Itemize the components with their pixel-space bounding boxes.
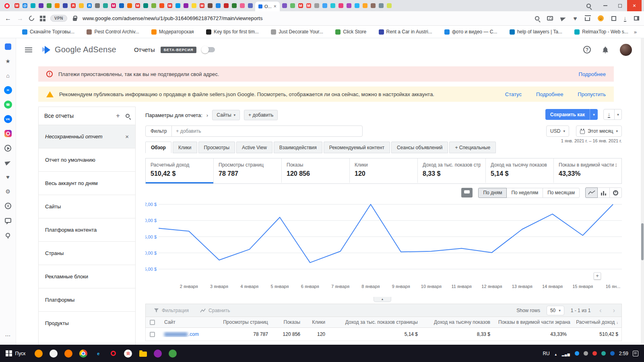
beta-toggle[interactable] (202, 47, 215, 52)
tray-expand-icon[interactable]: ▲ (554, 350, 557, 357)
bookmark-item[interactable]: Pest Control Archiv... (87, 29, 139, 35)
browser-tab[interactable] (118, 1, 126, 10)
browser-tab[interactable]: Я (69, 1, 77, 10)
report-tab[interactable]: Обзор (145, 142, 171, 153)
granularity-button[interactable]: По дням (478, 188, 507, 198)
report-tab[interactable]: Рекомендуемый контент (324, 142, 390, 153)
browser-tab[interactable] (61, 1, 69, 10)
search-icon[interactable] (535, 16, 539, 21)
scrollbar-thumb[interactable] (641, 223, 644, 260)
table-header-cell[interactable]: Показы (272, 319, 304, 325)
browser-tab[interactable] (37, 1, 45, 10)
device-icon[interactable] (584, 350, 588, 357)
site-link[interactable]: .com (188, 331, 199, 337)
bar-chart-icon[interactable] (597, 187, 610, 198)
bookmark-item[interactable]: Модераторская (151, 29, 194, 35)
antivirus-icon[interactable] (64, 349, 73, 358)
report-tab[interactable]: + Специальные (449, 142, 496, 153)
table-header-cell[interactable]: Расчетный доход↓ (571, 319, 622, 325)
tips-bulb-icon[interactable] (3, 230, 13, 240)
bookmark-heart-icon[interactable]: ♥ (574, 15, 577, 21)
revenue-chart-svg[interactable]: 32,00 $30,00 $25,00 $20,00 $15,00 $2 янв… (145, 200, 622, 293)
browser-tab[interactable] (29, 1, 37, 10)
report-tab[interactable]: Active View (236, 142, 272, 153)
table-header-cell[interactable]: Показы в видимой части экрана (494, 319, 571, 325)
report-tab[interactable]: Клики (173, 142, 197, 153)
browser-tab[interactable] (53, 1, 61, 10)
bookmark-item[interactable]: фото и видео — C... (444, 29, 497, 35)
notifications-bell-icon[interactable] (601, 46, 609, 54)
taskbar-clock[interactable]: 2:59 (619, 351, 628, 356)
report-list-item[interactable]: Страны (39, 241, 135, 265)
metric-card[interactable]: Клики120 (349, 158, 417, 183)
line-chart-icon[interactable] (585, 187, 598, 198)
star-icon[interactable]: ★ (3, 56, 13, 66)
browser-tab[interactable]: M (134, 1, 142, 10)
browser-tab[interactable] (321, 1, 329, 10)
flag-icon[interactable] (610, 350, 615, 357)
report-list-item[interactable]: Платформы (39, 288, 135, 311)
report-list-item[interactable]: Несохраненный отчет× (39, 125, 135, 148)
metric-card[interactable]: Расчетный доход510,42 $ (146, 158, 213, 183)
browser-tab[interactable] (126, 1, 134, 10)
bookmark-item[interactable]: Just Decorate Your... (271, 29, 323, 35)
for ward-button[interactable]: → (17, 15, 23, 22)
report-list-item[interactable]: Отчет по умолчанию (39, 148, 135, 171)
history-clock-icon[interactable] (3, 201, 13, 211)
report-tab[interactable]: Сеансы объявлений (391, 142, 448, 153)
window-minimize-button[interactable] (598, 0, 613, 11)
app2-icon[interactable] (153, 349, 163, 358)
export-button[interactable]: ↓ ▾ (603, 109, 622, 120)
bookmark-item[interactable]: Скачайте Торговы... (22, 29, 74, 35)
export-dropdown-icon[interactable]: ▾ (614, 109, 621, 119)
bookmarks-overflow-chevron[interactable]: » (634, 29, 637, 35)
notification-center-icon[interactable] (633, 351, 638, 356)
annotation-comment-icon[interactable] (461, 188, 473, 197)
browser-tab[interactable] (337, 1, 345, 10)
yandex-icon[interactable]: Я (123, 349, 133, 358)
adsense-brand[interactable]: Google AdSense (41, 45, 116, 55)
filter-input[interactable]: Фильтр + добавить (145, 125, 363, 137)
browser-tab[interactable]: M (198, 1, 206, 10)
add-dimension-button[interactable]: + добавить (244, 110, 278, 120)
chart-zoom-plus-button[interactable]: + (594, 272, 601, 280)
header-checkbox[interactable] (150, 320, 155, 325)
table-filter-button[interactable]: Фильтрация (150, 306, 193, 315)
browser-tab[interactable] (369, 1, 377, 10)
ie-icon[interactable]: e (93, 349, 103, 358)
hamburger-menu-icon[interactable] (25, 47, 32, 52)
payment-alert-action[interactable]: Подробнее (579, 71, 606, 77)
speeddial-grid-icon[interactable] (40, 16, 42, 18)
browser-tab[interactable]: @ (21, 1, 29, 10)
browser-tab[interactable] (150, 1, 158, 10)
pie-chart-icon[interactable] (609, 187, 622, 198)
chrome-icon[interactable] (78, 349, 88, 358)
browser-tab[interactable] (182, 1, 190, 10)
telegram-icon[interactable] (3, 157, 13, 168)
browser-tab[interactable]: M (297, 1, 305, 10)
browser-tab[interactable]: M (109, 1, 118, 10)
currency-select[interactable]: USD▾ (546, 125, 569, 137)
report-list-item[interactable]: Платформа контента (39, 218, 135, 241)
browser-tab[interactable]: Я (85, 1, 93, 10)
site-cell[interactable]: .com (160, 331, 208, 337)
reload-icon[interactable] (28, 14, 35, 22)
start-button[interactable]: Пуск (2, 345, 29, 362)
user-avatar[interactable] (620, 44, 632, 56)
browser-tab[interactable] (313, 1, 321, 10)
browser-tab[interactable]: M (13, 1, 21, 10)
granularity-button[interactable]: По месяцам (543, 188, 580, 198)
report-tab[interactable]: Просмотры (198, 142, 235, 153)
table-header-cell[interactable]: Доход на тысячу показов (422, 319, 494, 325)
browser-tab[interactable] (93, 1, 101, 10)
next-page-button[interactable]: › (611, 307, 617, 314)
feedback-chat-icon[interactable] (3, 215, 13, 226)
extensions-cube-icon[interactable] (611, 16, 616, 21)
metric-card[interactable]: Показы120 856 (281, 158, 349, 183)
browser-tab[interactable] (377, 1, 385, 10)
opera-icon[interactable] (108, 349, 118, 358)
report-list-item[interactable]: Весь аккаунт по дням (39, 171, 135, 195)
granularity-button[interactable]: По неделям (506, 188, 543, 198)
browser-tab[interactable] (361, 1, 369, 10)
row-checkbox[interactable] (150, 332, 155, 337)
